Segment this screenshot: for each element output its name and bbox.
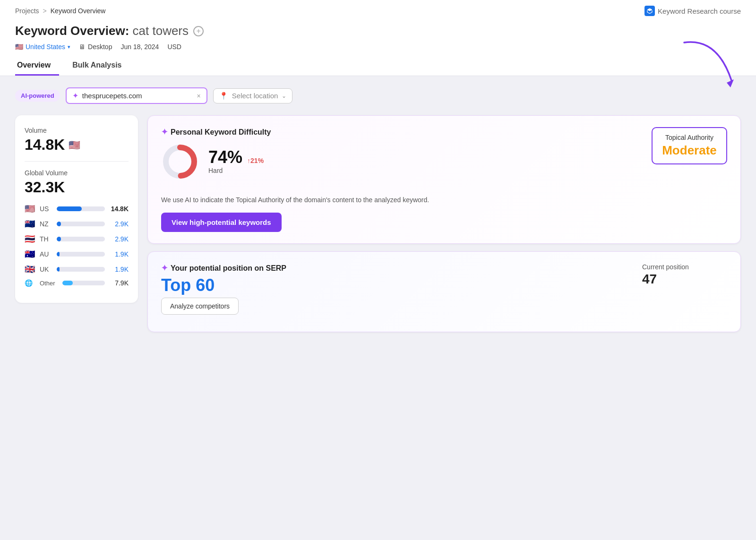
other-flag: 🌐 <box>25 279 36 287</box>
nz-code: NZ <box>40 220 53 228</box>
th-flag: 🇹🇭 <box>25 234 36 244</box>
uk-value: 1.9K <box>109 266 129 273</box>
pkd-title: Personal Keyword Difficulty <box>171 128 271 137</box>
tabs: Overview Bulk Analysis <box>15 56 741 76</box>
course-link[interactable]: Keyword Research course <box>644 6 741 16</box>
other-code: Other <box>40 280 59 287</box>
th-value: 2.9K <box>109 235 129 243</box>
au-code: AU <box>40 250 53 258</box>
pkd-percent: 74% <box>208 149 242 166</box>
au-bar <box>57 252 105 257</box>
us-flag: 🇺🇸 <box>25 204 36 214</box>
us-code: US <box>40 205 53 213</box>
global-volume-label: Global Volume <box>25 169 129 177</box>
sparkle-icon: ✦ <box>161 263 168 273</box>
topical-authority-box: Topical Authority Moderate <box>652 127 727 164</box>
sparkle-icon: ✦ <box>72 91 78 100</box>
country-row-th: 🇹🇭 TH 2.9K <box>25 234 129 244</box>
arrow-annotation <box>679 38 741 92</box>
analyze-competitors-button[interactable]: Analyze competitors <box>161 298 239 315</box>
tab-overview[interactable]: Overview <box>15 56 59 76</box>
us-flag-icon: 🇺🇸 <box>15 43 23 51</box>
course-icon <box>644 6 655 16</box>
volume-card: Volume 14.8K 🇺🇸 Global Volume 32.3K 🇺🇸 U… <box>15 115 138 303</box>
location-label: United States <box>26 43 65 51</box>
breadcrumb-current: Keyword Overview <box>51 7 106 15</box>
us-bar <box>57 206 105 211</box>
location-pin-icon: 📍 <box>219 92 228 100</box>
nz-flag: 🇳🇿 <box>25 219 36 229</box>
device-label: 🖥 Desktop <box>79 43 112 51</box>
page-title: Keyword Overview: cat towers <box>15 24 189 38</box>
country-row-au: 🇦🇺 AU 1.9K <box>25 249 129 259</box>
serp-card: ✦ Your potential position on SERP Top 60… <box>147 251 741 332</box>
th-code: TH <box>40 235 53 243</box>
uk-code: UK <box>40 266 53 273</box>
desktop-icon: 🖥 <box>79 43 86 51</box>
global-volume-value: 32.3K <box>25 179 129 196</box>
serp-potential-value: Top 60 <box>161 277 286 294</box>
country-row-nz: 🇳🇿 NZ 2.9K <box>25 219 129 229</box>
keyword-label: cat towers <box>133 24 189 38</box>
us-flag-icon: 🇺🇸 <box>69 139 80 151</box>
serp-title: Your potential position on SERP <box>171 264 286 273</box>
volume-label: Volume <box>25 127 129 134</box>
breadcrumb-sep: > <box>43 7 47 15</box>
sparkle-icon: ✦ <box>161 127 168 137</box>
topical-authority-value: Moderate <box>662 143 717 158</box>
location-placeholder: Select location <box>232 92 278 100</box>
date-label: Jun 18, 2024 <box>120 43 159 51</box>
course-link-label: Keyword Research course <box>658 7 741 15</box>
au-flag: 🇦🇺 <box>25 249 36 259</box>
pkd-donut-chart <box>161 143 199 180</box>
country-row-us: 🇺🇸 US 14.8K <box>25 204 129 214</box>
other-value: 7.9K <box>109 279 129 287</box>
topical-authority-label: Topical Authority <box>662 134 717 141</box>
nz-bar <box>57 222 105 226</box>
domain-search-box[interactable]: ✦ × <box>66 87 207 104</box>
clear-icon[interactable]: × <box>197 92 201 100</box>
location-dropdown[interactable]: 📍 Select location ⌄ <box>213 88 293 103</box>
add-keyword-button[interactable]: + <box>193 26 204 36</box>
us-value: 14.8K <box>109 205 129 213</box>
volume-value: 14.8K 🇺🇸 <box>25 136 129 154</box>
country-row-uk: 🇬🇧 UK 1.9K <box>25 264 129 274</box>
uk-flag: 🇬🇧 <box>25 264 36 274</box>
uk-bar <box>57 267 105 272</box>
currency-label: USD <box>167 43 181 51</box>
pkd-difficulty-label: Hard <box>208 167 264 174</box>
chevron-down-icon: ▾ <box>68 44 70 50</box>
pkd-change: ↑21% <box>247 157 264 164</box>
au-value: 1.9K <box>109 250 129 258</box>
chevron-down-icon: ⌄ <box>282 93 286 99</box>
country-row-other: 🌐 Other 7.9K <box>25 279 129 287</box>
view-keywords-button[interactable]: View high-potential keywords <box>161 213 282 232</box>
location-selector[interactable]: 🇺🇸 United States ▾ <box>15 43 70 51</box>
pkd-description: We use AI to indicate the Topical Author… <box>161 195 727 205</box>
pkd-card: ✦ Personal Keyword Difficulty <box>147 115 741 244</box>
svg-marker-0 <box>727 79 734 87</box>
breadcrumb-projects[interactable]: Projects <box>15 7 39 15</box>
nz-value: 2.9K <box>109 220 129 228</box>
current-position-label: Current position <box>642 263 727 271</box>
tab-bulk-analysis[interactable]: Bulk Analysis <box>70 56 130 76</box>
other-bar <box>62 281 105 285</box>
domain-input[interactable] <box>82 92 193 100</box>
th-bar <box>57 237 105 241</box>
ai-powered-badge: AI-powered <box>15 90 60 102</box>
current-position-value: 47 <box>642 272 727 287</box>
